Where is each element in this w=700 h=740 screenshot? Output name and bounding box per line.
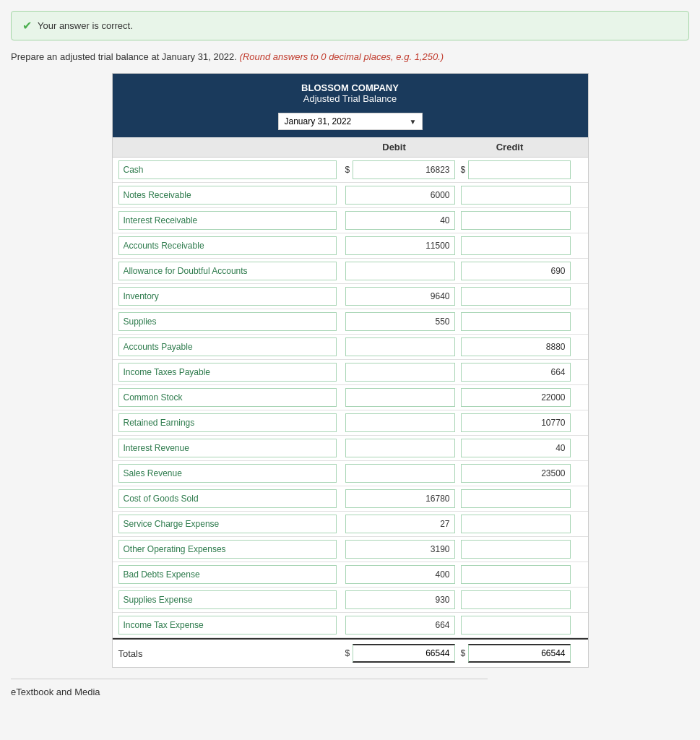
account-name-cell — [118, 515, 342, 533]
table-row — [113, 436, 588, 461]
credit-input[interactable] — [461, 489, 571, 508]
debit-cell — [342, 211, 458, 230]
account-name-input[interactable] — [118, 540, 337, 559]
credit-cell — [458, 363, 574, 382]
table-row — [113, 486, 588, 512]
debit-input[interactable] — [345, 540, 455, 559]
credit-cell — [458, 388, 574, 407]
credit-input[interactable] — [461, 590, 571, 609]
totals-debit-input[interactable] — [353, 644, 454, 663]
debit-input[interactable] — [345, 312, 455, 331]
debit-input[interactable] — [345, 590, 455, 609]
account-name-cell — [118, 160, 342, 179]
account-name-cell — [118, 287, 342, 306]
credit-input[interactable] — [461, 515, 571, 533]
credit-input[interactable] — [461, 186, 571, 205]
account-name-input[interactable] — [118, 211, 337, 230]
credit-input[interactable] — [461, 312, 571, 331]
account-name-cell — [118, 540, 342, 559]
credit-cell — [458, 439, 574, 457]
table-row — [113, 259, 588, 284]
credit-cell — [458, 464, 574, 483]
table-row — [113, 613, 588, 638]
debit-input[interactable] — [345, 565, 455, 584]
account-name-input[interactable] — [118, 236, 337, 255]
account-name-input[interactable] — [118, 565, 337, 584]
credit-input[interactable] — [461, 439, 571, 457]
debit-input[interactable] — [345, 287, 455, 306]
credit-input[interactable] — [461, 363, 571, 382]
credit-input[interactable] — [461, 388, 571, 407]
account-name-cell — [118, 439, 342, 457]
date-selector-wrapper[interactable]: January 31, 2022 — [278, 113, 423, 130]
totals-credit-input[interactable] — [468, 644, 570, 663]
credit-cell — [458, 565, 574, 584]
account-name-input[interactable] — [118, 312, 337, 331]
debit-input[interactable] — [345, 363, 455, 382]
debit-cell — [342, 540, 458, 559]
account-name-input[interactable] — [118, 515, 337, 533]
account-name-input[interactable] — [118, 262, 337, 280]
debit-input[interactable] — [345, 489, 455, 508]
debit-input[interactable] — [345, 464, 455, 483]
account-name-cell — [118, 489, 342, 508]
account-name-input[interactable] — [118, 388, 337, 407]
account-name-input[interactable] — [118, 590, 337, 609]
debit-cell — [342, 312, 458, 331]
table-row — [113, 562, 588, 588]
debit-input[interactable] — [353, 160, 454, 179]
credit-input[interactable] — [461, 464, 571, 483]
credit-input[interactable] — [461, 262, 571, 280]
debit-cell: $ — [342, 160, 458, 179]
debit-input[interactable] — [345, 413, 455, 432]
account-name-input[interactable] — [118, 464, 337, 483]
debit-cell — [342, 186, 458, 205]
debit-input[interactable] — [345, 236, 455, 255]
debit-input[interactable] — [345, 515, 455, 533]
company-name: BLOSSOM COMPANY — [121, 82, 579, 93]
credit-cell — [458, 337, 574, 356]
debit-input[interactable] — [345, 616, 455, 634]
date-selector[interactable]: January 31, 2022 — [278, 113, 423, 130]
account-name-input[interactable] — [118, 413, 337, 432]
account-name-input[interactable] — [118, 287, 337, 306]
debit-input[interactable] — [345, 388, 455, 407]
success-message: Your answer is correct. — [38, 20, 133, 31]
debit-input[interactable] — [345, 439, 455, 457]
table-row — [113, 537, 588, 562]
credit-input[interactable] — [461, 540, 571, 559]
credit-input[interactable] — [461, 337, 571, 356]
credit-input[interactable] — [461, 413, 571, 432]
credit-input[interactable] — [461, 236, 571, 255]
debit-cell — [342, 287, 458, 306]
debit-cell — [342, 439, 458, 457]
account-name-input[interactable] — [118, 186, 337, 205]
debit-input[interactable] — [345, 186, 455, 205]
table-row — [113, 208, 588, 233]
account-name-input[interactable] — [118, 489, 337, 508]
account-name-input[interactable] — [118, 337, 337, 356]
credit-input[interactable] — [461, 616, 571, 634]
debit-input[interactable] — [345, 211, 455, 230]
account-name-input[interactable] — [118, 439, 337, 457]
debit-cell — [342, 236, 458, 255]
credit-input[interactable] — [468, 160, 570, 179]
debit-cell — [342, 262, 458, 280]
credit-cell — [458, 413, 574, 432]
credit-cell — [458, 287, 574, 306]
account-name-input[interactable] — [118, 160, 337, 179]
debit-column-header: Debit — [337, 142, 452, 152]
credit-cell — [458, 236, 574, 255]
debit-input[interactable] — [345, 337, 455, 356]
credit-input[interactable] — [461, 211, 571, 230]
debit-input[interactable] — [345, 262, 455, 280]
column-headers: Debit Credit — [113, 137, 588, 158]
credit-cell — [458, 211, 574, 230]
credit-input[interactable] — [461, 565, 571, 584]
account-name-input[interactable] — [118, 363, 337, 382]
credit-cell — [458, 590, 574, 609]
account-name-input[interactable] — [118, 616, 337, 634]
account-name-cell — [118, 413, 342, 432]
credit-input[interactable] — [461, 287, 571, 306]
table-row — [113, 233, 588, 259]
